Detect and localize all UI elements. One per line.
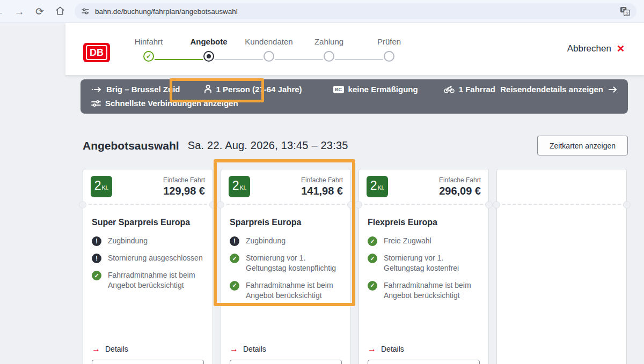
site-settings-icon[interactable]: [81, 7, 90, 16]
step-zahlung: Zahlung: [299, 37, 359, 62]
details-link[interactable]: → Details: [230, 344, 266, 354]
svg-text:文: 文: [625, 11, 630, 16]
passengers-summary[interactable]: 1 Person (27-64 Jahre): [204, 85, 302, 94]
page-title: Angebotsauswahl: [83, 139, 179, 152]
offer-feature: Zugbindung: [92, 236, 204, 246]
offer-feature: Stornierung vor 1. Geltungstag kostenfre…: [368, 253, 480, 273]
active-step-icon: [203, 51, 214, 62]
todo-step-icon: [384, 51, 394, 62]
select-offer-button[interactable]: [368, 360, 480, 364]
offer-name: Super Sparpreis Europa: [92, 218, 204, 227]
zeitkarten-button[interactable]: Zeitkarten anzeigen: [537, 136, 628, 155]
translate-icon[interactable]: G 文: [620, 6, 630, 16]
trip-type-label: Einfache Fahrt: [163, 176, 205, 184]
check-icon: [368, 281, 377, 291]
offer-feature: Stornierung ausgeschlossen: [92, 253, 204, 263]
check-icon: [368, 236, 377, 246]
trip-type-label: Einfache Fahrt: [439, 176, 481, 184]
offer-card-super-sparpreis[interactable]: 2 Kl. Einfache Fahrt 129,98 € Super Spar…: [83, 169, 213, 364]
offer-list: 2 Kl. Einfache Fahrt 129,98 € Super Spar…: [83, 169, 628, 364]
check-icon: [230, 254, 239, 263]
step-hinfahrt[interactable]: Hinfahrt ✓: [119, 37, 179, 62]
offer-feature: Fahrradmitnahme ist beim Angebot berücks…: [230, 280, 342, 301]
person-icon: [204, 85, 212, 94]
home-icon[interactable]: [54, 6, 66, 17]
progress-stepper: Hinfahrt ✓ Angebote Kundendaten Zahlung …: [119, 37, 419, 62]
check-icon: [92, 271, 101, 280]
exclamation-icon: [230, 236, 239, 246]
offer-card-sparpreis[interactable]: 2 Kl. Einfache Fahrt 141,98 € Sparpreis …: [221, 169, 351, 364]
booking-header: DB Hinfahrt ✓ Angebote Kundendaten Zahlu…: [65, 23, 644, 75]
step-kundendaten: Kundendaten: [239, 37, 299, 62]
ticket-divider: [83, 204, 213, 205]
ticket-divider: [221, 204, 350, 205]
close-icon: ✕: [617, 44, 625, 54]
reload-icon[interactable]: ⟳: [34, 6, 46, 17]
url-text: bahn.de/buchung/fahrplan/angebotsauswahl: [95, 8, 614, 16]
ticket-divider: [359, 204, 488, 205]
offer-price: 129,98 €: [163, 185, 205, 197]
offer-name: Flexpreis Europa: [368, 218, 480, 227]
offer-price: 141,98 €: [301, 185, 343, 197]
arrow-right-icon: [609, 86, 617, 93]
back-icon[interactable]: ←: [0, 6, 5, 17]
check-icon: [230, 281, 239, 291]
discount-summary[interactable]: BC keine Ermäßigung: [333, 85, 418, 94]
offer-feature: Zugbindung: [230, 236, 342, 246]
offer-feature: Fahrradmitnahme ist beim Angebot berücks…: [92, 270, 204, 291]
offer-feature: Freie Zugwahl: [368, 236, 480, 246]
todo-step-icon: [264, 51, 274, 62]
offer-feature: Fahrradmitnahme ist beim Angebot berücks…: [368, 280, 480, 301]
offer-price: 296,09 €: [439, 185, 481, 197]
offer-card-empty: [496, 169, 627, 364]
step-pruefen: Prüfen: [359, 37, 419, 62]
offer-card-flexpreis[interactable]: 2 Kl. Einfache Fahrt 296,09 € Flexpreis …: [358, 169, 489, 364]
todo-step-icon: [324, 51, 334, 62]
class-badge: 2 Kl.: [367, 176, 388, 197]
browser-toolbar: ← → ⟳ bahn.de/buchung/fahrplan/angebotsa…: [0, 0, 644, 23]
bicycle-icon: [444, 86, 455, 93]
details-link[interactable]: → Details: [92, 344, 128, 354]
bahncard-icon: BC: [333, 86, 344, 93]
fastest-connections-link[interactable]: Schnellste Verbindungen anzeigen: [91, 99, 238, 108]
arrow-right-icon: →: [368, 344, 376, 354]
class-badge: 2 Kl.: [91, 176, 112, 197]
reisendendetails-link[interactable]: Reisendendetails anzeigen: [500, 85, 617, 94]
arrow-right-icon: →: [92, 344, 100, 354]
ticket-divider: [497, 204, 626, 205]
offer-name: Sparpreis Europa: [230, 218, 342, 227]
check-circle-icon: ✓: [143, 51, 154, 62]
bike-summary[interactable]: 1 Fahrrad: [444, 85, 495, 94]
details-link[interactable]: → Details: [368, 344, 404, 354]
journey-date-range: Sa. 22. Aug. 2026, 13:45 – 23:35: [188, 139, 348, 152]
offer-feature: Stornierung vor 1. Geltungstag kostenpfl…: [230, 253, 342, 273]
select-offer-button[interactable]: [230, 360, 342, 364]
forward-icon[interactable]: →: [13, 6, 25, 17]
cancel-button[interactable]: Abbrechen ✕: [567, 43, 625, 54]
class-badge: 2 Kl.: [229, 176, 250, 197]
sliders-icon: [91, 100, 101, 107]
page-title-row: Angebotsauswahl Sa. 22. Aug. 2026, 13:45…: [83, 136, 628, 155]
address-bar[interactable]: bahn.de/buchung/fahrplan/angebotsauswahl…: [75, 3, 636, 19]
exclamation-icon: [92, 236, 101, 246]
route-summary[interactable]: Brig – Brussel Zuid: [91, 85, 180, 94]
db-logo[interactable]: DB: [83, 43, 110, 62]
route-arrow-icon: [91, 86, 102, 93]
select-offer-button[interactable]: [92, 360, 204, 364]
arrow-right-icon: →: [230, 344, 238, 354]
exclamation-icon: [92, 254, 101, 263]
db-logo-text: DB: [86, 45, 107, 60]
step-angebote[interactable]: Angebote: [179, 37, 239, 62]
check-icon: [368, 254, 377, 263]
trip-type-label: Einfache Fahrt: [301, 176, 343, 184]
trip-summary-bar: Brig – Brussel Zuid 1 Person (27-64 Jahr…: [80, 79, 628, 114]
